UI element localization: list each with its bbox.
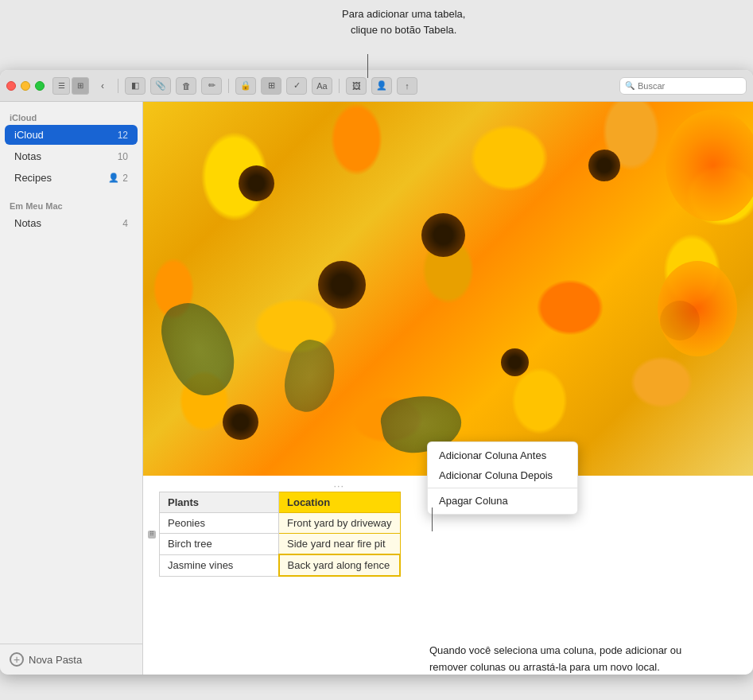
- notas-mac-item-label: Notas: [14, 217, 122, 229]
- recipes-item-label: Recipes: [14, 172, 108, 184]
- shared-icon: 👤: [108, 173, 119, 183]
- sidebar-item-notas-mac[interactable]: Notas 4: [5, 213, 138, 233]
- annotation-top: Para adicionar uma tabela, clique no bot…: [342, 6, 465, 37]
- annotation-top-line1: Para adicionar uma tabela,: [342, 8, 465, 20]
- sidebar-item-notas[interactable]: Notas 10: [5, 146, 138, 166]
- font-button[interactable]: Aa: [312, 77, 332, 95]
- list-view-button[interactable]: ☰: [52, 77, 70, 95]
- table-row: Birch tree Side yard near fire pit: [160, 534, 401, 555]
- table-icon: ⊞: [268, 80, 275, 91]
- sidebar-spacer: [0, 234, 142, 644]
- maximize-button[interactable]: [35, 81, 45, 91]
- context-menu-delete[interactable]: Apagar Coluna: [428, 491, 577, 511]
- separator-3: [339, 79, 340, 93]
- icloud-section-label: iCloud: [0, 108, 142, 124]
- back-icon: ‹: [101, 80, 104, 91]
- sidebar-toggle-button[interactable]: ◧: [125, 77, 146, 95]
- context-menu-separator: [428, 488, 577, 488]
- contacts-icon: 👤: [376, 80, 387, 91]
- context-menu-add-before[interactable]: Adicionar Coluna Antes: [428, 445, 577, 465]
- view-toggle-group: ☰ ⊞: [52, 77, 89, 95]
- annotation-top-line2: clique no botão Tabela.: [351, 24, 456, 36]
- edit-icon: ✏: [208, 80, 215, 91]
- col-drag-dots[interactable]: ···: [334, 483, 345, 491]
- context-menu: Adicionar Coluna Antes Adicionar Coluna …: [427, 441, 578, 515]
- close-button[interactable]: [6, 81, 16, 91]
- check-icon: ✓: [293, 80, 301, 91]
- table-header-location: ··· Location: [279, 492, 401, 513]
- plus-circle-icon: +: [10, 652, 24, 667]
- callout-line-top: [367, 54, 368, 78]
- sidebar-icon: ◧: [131, 80, 139, 91]
- traffic-lights: [6, 81, 45, 91]
- main-window: ☰ ⊞ ‹ ◧ 📎 🗑 ✏ 🔒 ⊞ ✓: [0, 70, 753, 675]
- flower-center-3: [588, 150, 620, 181]
- edit-button[interactable]: ✏: [201, 77, 222, 95]
- content-area: iCloud iCloud 12 Notas 10 Recipes 👤 2 Em…: [0, 102, 753, 675]
- contacts-button[interactable]: 👤: [371, 77, 392, 95]
- table-row: Jasmine vines Back yard along fence: [160, 554, 401, 576]
- table-wrapper: ⠿ Plants ··· Location: [159, 492, 401, 577]
- table-cell-location-0[interactable]: Front yard by driveway: [279, 513, 401, 534]
- annotation-bottom: Quando você seleciona uma coluna, pode a…: [429, 643, 684, 676]
- table-header-plants: Plants: [160, 492, 279, 513]
- icloud-item-count: 12: [118, 130, 128, 141]
- annotation-bottom-text: Quando você seleciona uma coluna, pode a…: [429, 644, 681, 673]
- table-cell-plants-1[interactable]: Birch tree: [160, 534, 279, 555]
- context-menu-add-after[interactable]: Adicionar Coluna Depois: [428, 465, 577, 485]
- sidebar-item-recipes[interactable]: Recipes 👤 2: [5, 168, 138, 188]
- new-folder-label: Nova Pasta: [29, 654, 82, 666]
- share-icon: ↑: [405, 81, 409, 91]
- flower-photo: [143, 102, 753, 476]
- attachment-icon: 📎: [155, 80, 166, 91]
- callout-line-bottom: [432, 508, 433, 531]
- separator-1: [118, 79, 118, 93]
- sidebar-item-icloud[interactable]: iCloud 12: [5, 125, 138, 145]
- sidebar: iCloud iCloud 12 Notas 10 Recipes 👤 2 Em…: [0, 102, 143, 675]
- table-drag-handle[interactable]: ⠿: [148, 531, 156, 539]
- recipes-item-count: 2: [122, 173, 128, 184]
- notas-item-count: 10: [118, 151, 128, 162]
- foliage-2: [278, 336, 342, 417]
- flower-center-2: [421, 213, 465, 257]
- share-button[interactable]: ↑: [397, 77, 417, 95]
- table-cell-plants-2[interactable]: Jasmine vines: [160, 554, 279, 576]
- orange-flower-2: [658, 261, 737, 356]
- flower-center-4: [318, 261, 366, 309]
- table-button[interactable]: ⊞: [261, 77, 281, 95]
- search-icon: 🔍: [625, 81, 635, 90]
- image-icon: 🖼: [352, 81, 361, 91]
- separator-2: [228, 79, 229, 93]
- note-area: ⠿ Plants ··· Location: [143, 102, 753, 675]
- mac-section-label: Em Meu Mac: [0, 196, 142, 212]
- minimize-button[interactable]: [21, 81, 30, 91]
- note-table: Plants ··· Location Peonies Front yard b…: [159, 492, 401, 577]
- grid-icon: ⊞: [77, 81, 83, 90]
- font-icon: Aa: [316, 81, 327, 91]
- notas-mac-item-count: 4: [122, 218, 128, 229]
- foliage-1: [153, 293, 245, 404]
- grid-view-button[interactable]: ⊞: [72, 77, 89, 95]
- back-button[interactable]: ‹: [94, 77, 111, 95]
- trash-icon: 🗑: [182, 81, 191, 91]
- list-icon: ☰: [58, 81, 65, 90]
- table-cell-plants-0[interactable]: Peonies: [160, 513, 279, 534]
- flower-center-5: [501, 348, 529, 376]
- trash-button[interactable]: 🗑: [176, 77, 196, 95]
- lock-button[interactable]: 🔒: [235, 77, 256, 95]
- image-button[interactable]: 🖼: [346, 77, 367, 95]
- icloud-item-label: iCloud: [14, 129, 118, 141]
- titlebar: ☰ ⊞ ‹ ◧ 📎 🗑 ✏ 🔒 ⊞ ✓: [0, 70, 753, 102]
- notas-item-label: Notas: [14, 150, 118, 162]
- search-input[interactable]: [638, 81, 741, 91]
- table-cell-location-2[interactable]: Back yard along fence: [279, 554, 401, 576]
- new-folder-button[interactable]: + Nova Pasta: [0, 644, 142, 675]
- check-button[interactable]: ✓: [286, 77, 307, 95]
- lock-icon: 🔒: [240, 80, 251, 91]
- search-box[interactable]: 🔍: [619, 77, 747, 95]
- attachment-button[interactable]: 📎: [150, 77, 171, 95]
- flower-center-1: [239, 165, 274, 201]
- orange-flower-1: [666, 110, 753, 221]
- flower-center-7: [223, 404, 258, 440]
- table-cell-location-1[interactable]: Side yard near fire pit: [279, 534, 401, 555]
